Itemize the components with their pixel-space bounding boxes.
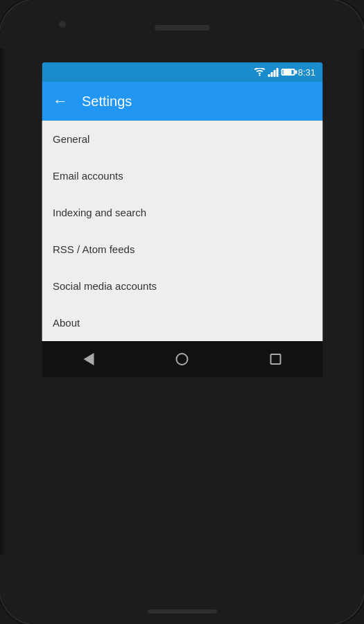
speaker-top [155, 25, 210, 31]
settings-item-label-rss-atom: RSS / Atom feeds [53, 243, 135, 255]
status-icons: 8:31 [254, 67, 315, 78]
back-nav-icon [83, 353, 94, 365]
settings-item-about[interactable]: About [42, 304, 322, 341]
recent-nav-icon [270, 354, 281, 365]
app-bar-title: Settings [82, 94, 132, 110]
speaker-bottom [148, 609, 217, 614]
app-bar: ← Settings [42, 82, 322, 121]
settings-item-indexing-search[interactable]: Indexing and search [42, 194, 322, 231]
settings-list: GeneralEmail accountsIndexing and search… [42, 121, 322, 341]
settings-item-label-indexing-search: Indexing and search [53, 207, 146, 218]
settings-item-rss-atom[interactable]: RSS / Atom feeds [42, 231, 322, 268]
status-bar: 8:31 [42, 62, 322, 82]
nav-bar [42, 341, 322, 377]
settings-item-email-accounts[interactable]: Email accounts [42, 157, 322, 194]
settings-item-label-social-media: Social media accounts [53, 280, 157, 292]
bottom-bezel [0, 555, 364, 624]
top-bezel [0, 0, 364, 49]
home-nav-icon [176, 353, 189, 365]
settings-item-social-media[interactable]: Social media accounts [42, 268, 322, 304]
settings-item-label-general: General [53, 133, 89, 145]
nav-home-button[interactable] [168, 345, 196, 373]
signal-icon [268, 67, 279, 77]
status-time: 8:31 [298, 67, 315, 78]
back-button[interactable]: ← [53, 92, 68, 110]
camera [59, 21, 66, 28]
nav-back-button[interactable] [75, 345, 103, 373]
settings-item-general[interactable]: General [42, 121, 322, 157]
settings-item-label-email-accounts: Email accounts [53, 170, 123, 182]
phone-frame: 8:31 ← Settings GeneralEmail accountsInd… [0, 0, 364, 624]
nav-recent-button[interactable] [262, 345, 290, 373]
battery-icon [281, 69, 295, 76]
phone-screen: 8:31 ← Settings GeneralEmail accountsInd… [42, 62, 322, 562]
settings-item-label-about: About [53, 317, 80, 329]
wifi-icon [254, 68, 266, 76]
